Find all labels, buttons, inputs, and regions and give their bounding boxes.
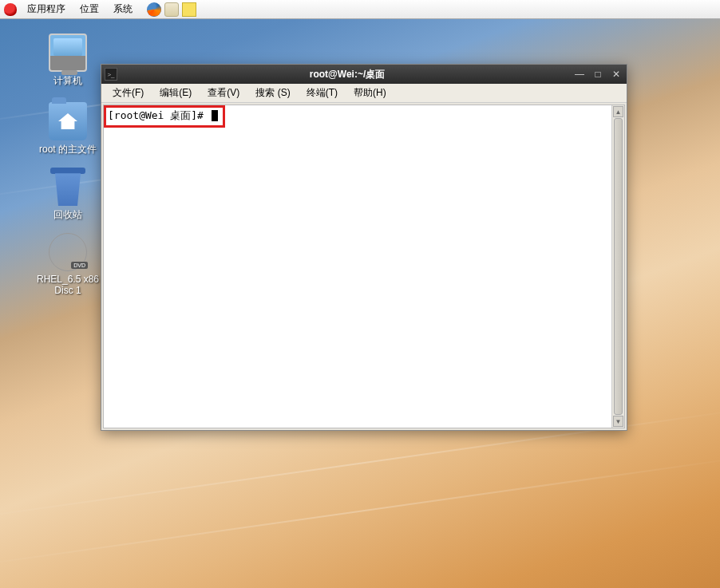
home-folder-icon: [49, 102, 87, 140]
desktop-icon-home[interactable]: root 的主文件: [36, 102, 100, 157]
desktop-icon-trash[interactable]: 回收站: [36, 168, 100, 223]
menu-view[interactable]: 查看(V): [200, 84, 247, 102]
notes-icon[interactable]: [182, 2, 196, 17]
terminal-window: >_ root@Wei:~/桌面 — □ ✕ 文件(F) 编辑(E) 查看(V)…: [101, 64, 627, 431]
terminal-icon: >_: [105, 68, 117, 81]
menu-help[interactable]: 帮助(H): [346, 84, 394, 102]
prompt-highlight: [root@Wei 桌面]#: [104, 105, 225, 128]
maximize-button[interactable]: □: [591, 68, 605, 81]
desktop-icon-label: 计算机: [51, 73, 85, 89]
computer-icon: [49, 34, 87, 72]
titlebar[interactable]: >_ root@Wei:~/桌面 — □ ✕: [101, 65, 627, 84]
desktop-icon-computer[interactable]: 计算机: [36, 34, 100, 89]
terminal-prompt: [root@Wei 桌面]#: [108, 109, 210, 121]
redhat-icon[interactable]: [3, 2, 18, 17]
cursor-icon: [212, 110, 218, 121]
scroll-down-button[interactable]: ▼: [613, 416, 623, 427]
desktop-icon-dvd[interactable]: RHEL_6.5 x86 Disc 1: [30, 233, 105, 297]
firefox-icon[interactable]: [147, 2, 161, 17]
scrollbar-thumb[interactable]: [614, 118, 623, 415]
scrollbar[interactable]: ▲ ▼: [611, 105, 624, 428]
top-panel: 应用程序 位置 系统: [0, 0, 720, 19]
desktop-icon-label: root 的主文件: [37, 142, 99, 157]
menubar: 文件(F) 编辑(E) 查看(V) 搜索 (S) 终端(T) 帮助(H): [101, 84, 627, 103]
terminal-body-wrap: [root@Wei 桌面]# ▲ ▼: [103, 105, 625, 428]
trash-icon: [49, 168, 87, 206]
window-title: root@Wei:~/桌面: [122, 68, 572, 81]
minimize-button[interactable]: —: [572, 68, 587, 81]
panel-menu-applications[interactable]: 应用程序: [21, 0, 72, 18]
scroll-up-button[interactable]: ▲: [613, 106, 623, 117]
terminal-body[interactable]: [root@Wei 桌面]#: [104, 105, 611, 428]
dvd-icon: [49, 233, 87, 271]
desktop-icon-label: 回收站: [51, 207, 85, 223]
menu-terminal[interactable]: 终端(T): [299, 84, 346, 102]
panel-menu-system[interactable]: 系统: [107, 0, 139, 18]
menu-search[interactable]: 搜索 (S): [247, 84, 298, 102]
desktop-icon-label: RHEL_6.5 x86 Disc 1: [34, 273, 101, 297]
app-launcher-icon[interactable]: [164, 2, 179, 17]
panel-menu-places[interactable]: 位置: [73, 0, 105, 18]
menu-file[interactable]: 文件(F): [105, 84, 152, 102]
bg-streak: [0, 455, 720, 567]
menu-edit[interactable]: 编辑(E): [152, 84, 200, 102]
window-controls: — □ ✕: [572, 68, 623, 81]
close-button[interactable]: ✕: [609, 68, 623, 81]
